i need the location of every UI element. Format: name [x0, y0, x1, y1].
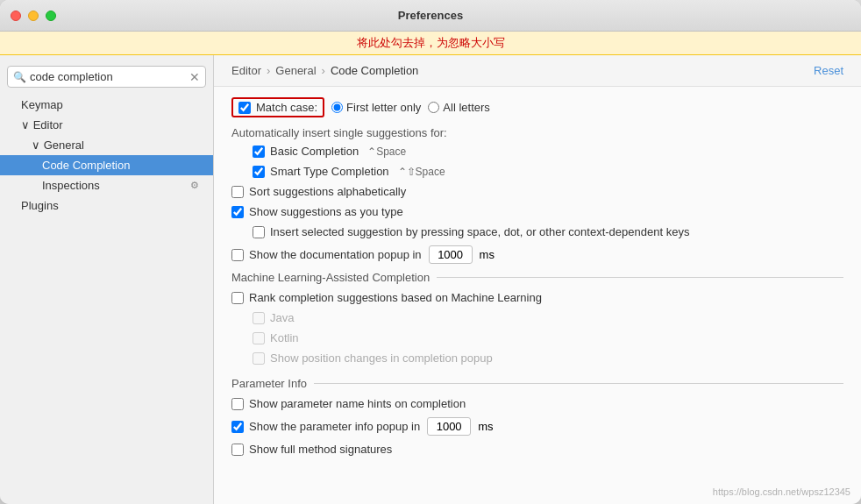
- breadcrumb-sep-1: ›: [267, 64, 270, 77]
- ml-rank-row: Rank completion suggestions based on Mac…: [231, 291, 843, 304]
- ml-kotlin-label[interactable]: Kotlin: [253, 331, 299, 344]
- content-body: Match case: First letter only All letter…: [214, 87, 861, 504]
- match-case-box: Match case:: [231, 97, 324, 117]
- close-button[interactable]: [11, 11, 21, 21]
- smart-completion-checkbox[interactable]: [253, 166, 265, 178]
- ml-rank-checkbox[interactable]: [231, 292, 244, 304]
- sidebar-item-plugins[interactable]: Plugins: [0, 195, 213, 216]
- smart-shortcut: ⌃⇧Space: [398, 166, 445, 178]
- first-letter-radio[interactable]: [331, 102, 343, 113]
- search-box[interactable]: 🔍 ✕: [7, 66, 206, 88]
- breadcrumb-sep-2: ›: [322, 64, 325, 77]
- show-suggestions-label[interactable]: Show suggestions as you type: [231, 205, 403, 218]
- ml-kotlin-row: Kotlin: [253, 331, 843, 344]
- smart-completion-label[interactable]: Smart Type Completion ⌃⇧Space: [253, 165, 445, 178]
- show-doc-ms: ms: [480, 248, 495, 261]
- param-popup-row: Show the parameter info popup in ms: [231, 417, 843, 436]
- sidebar-item-code-completion[interactable]: Code Completion: [0, 155, 213, 175]
- param-popup-label[interactable]: Show the parameter info popup in: [231, 420, 420, 433]
- main-content: 🔍 ✕ Keymap ∨ Editor ∨ General Code Compl…: [0, 55, 861, 504]
- preferences-window: Preferences 将此处勾去掉，为忽略大小写 🔍 ✕ Keymap ∨ E…: [0, 0, 861, 504]
- all-letters-radio[interactable]: [428, 102, 439, 113]
- insert-selected-row: Insert selected suggestion by pressing s…: [253, 225, 843, 238]
- ml-rank-label[interactable]: Rank completion suggestions based on Mac…: [231, 291, 542, 304]
- maximize-button[interactable]: [46, 11, 56, 21]
- sort-alpha-row: Sort suggestions alphabetically: [231, 185, 843, 198]
- content-area: Editor › General › Code Completion Reset…: [214, 55, 861, 504]
- match-case-checkbox[interactable]: [238, 102, 251, 114]
- search-input[interactable]: [30, 70, 186, 83]
- param-popup-value[interactable]: [427, 417, 471, 436]
- param-hints-label[interactable]: Show parameter name hints on completion: [231, 397, 466, 410]
- param-ms: ms: [478, 420, 493, 433]
- auto-insert-label: Automatically insert single suggestions …: [231, 126, 843, 139]
- content-header: Editor › General › Code Completion Reset: [214, 55, 861, 87]
- show-doc-value[interactable]: [429, 245, 473, 264]
- all-letters-radio-label[interactable]: All letters: [428, 101, 489, 114]
- breadcrumb-general: General: [275, 64, 316, 77]
- basic-completion-row: Basic Completion ⌃Space: [253, 145, 843, 158]
- full-signatures-label[interactable]: Show full method signatures: [231, 443, 392, 456]
- ml-java-checkbox[interactable]: [253, 312, 265, 324]
- ml-java-row: Java: [253, 311, 843, 324]
- search-icon: 🔍: [13, 71, 26, 83]
- full-signatures-checkbox[interactable]: [231, 444, 244, 456]
- basic-completion-label[interactable]: Basic Completion ⌃Space: [253, 145, 406, 158]
- annotation-bar: 将此处勾去掉，为忽略大小写: [0, 32, 861, 55]
- sidebar-item-keymap[interactable]: Keymap: [0, 95, 213, 115]
- breadcrumb: Editor › General › Code Completion: [231, 64, 418, 77]
- ml-section-header: Machine Learning-Assisted Completion: [231, 271, 843, 284]
- param-hints-checkbox[interactable]: [231, 398, 244, 410]
- show-doc-label[interactable]: Show the documentation popup in: [231, 248, 422, 261]
- ml-position-label[interactable]: Show position changes in completion popu…: [253, 351, 493, 365]
- show-doc-row: Show the documentation popup in ms: [231, 245, 843, 264]
- search-clear-icon[interactable]: ✕: [189, 71, 200, 83]
- minimize-button[interactable]: [28, 11, 39, 21]
- show-suggestions-checkbox[interactable]: [231, 206, 244, 218]
- sidebar-item-editor[interactable]: ∨ Editor: [0, 115, 213, 135]
- match-case-label[interactable]: Match case:: [238, 101, 317, 114]
- reset-button[interactable]: Reset: [814, 64, 843, 77]
- insert-selected-checkbox[interactable]: [253, 226, 265, 238]
- sidebar: 🔍 ✕ Keymap ∨ Editor ∨ General Code Compl…: [0, 55, 214, 504]
- show-suggestions-row: Show suggestions as you type: [231, 205, 843, 218]
- inspections-icon: ⚙: [190, 180, 199, 191]
- sidebar-item-inspections[interactable]: Inspections ⚙: [0, 175, 213, 195]
- basic-completion-checkbox[interactable]: [253, 146, 265, 158]
- basic-shortcut: ⌃Space: [367, 146, 406, 158]
- param-popup-checkbox[interactable]: [231, 421, 244, 433]
- window-title: Preferences: [398, 9, 463, 22]
- show-doc-checkbox[interactable]: [231, 249, 244, 261]
- full-signatures-row: Show full method signatures: [231, 443, 843, 456]
- sort-alpha-checkbox[interactable]: [231, 186, 244, 198]
- param-section-header: Parameter Info: [231, 377, 843, 390]
- insert-selected-label[interactable]: Insert selected suggestion by pressing s…: [253, 225, 689, 238]
- first-letter-radio-label[interactable]: First letter only: [331, 101, 421, 114]
- sort-alpha-label[interactable]: Sort suggestions alphabetically: [231, 185, 406, 198]
- titlebar: Preferences: [0, 0, 861, 32]
- traffic-lights: [11, 11, 56, 21]
- ml-kotlin-checkbox[interactable]: [253, 332, 265, 344]
- sidebar-item-general[interactable]: ∨ General: [0, 135, 213, 155]
- breadcrumb-current: Code Completion: [331, 64, 418, 77]
- ml-java-label[interactable]: Java: [253, 311, 294, 324]
- ml-position-row: Show position changes in completion popu…: [253, 351, 843, 365]
- breadcrumb-editor: Editor: [231, 64, 261, 77]
- param-hints-row: Show parameter name hints on completion: [231, 397, 843, 410]
- watermark: https://blog.csdn.net/wpsz12345: [713, 486, 850, 497]
- smart-completion-row: Smart Type Completion ⌃⇧Space: [253, 165, 843, 178]
- ml-position-checkbox[interactable]: [253, 352, 265, 365]
